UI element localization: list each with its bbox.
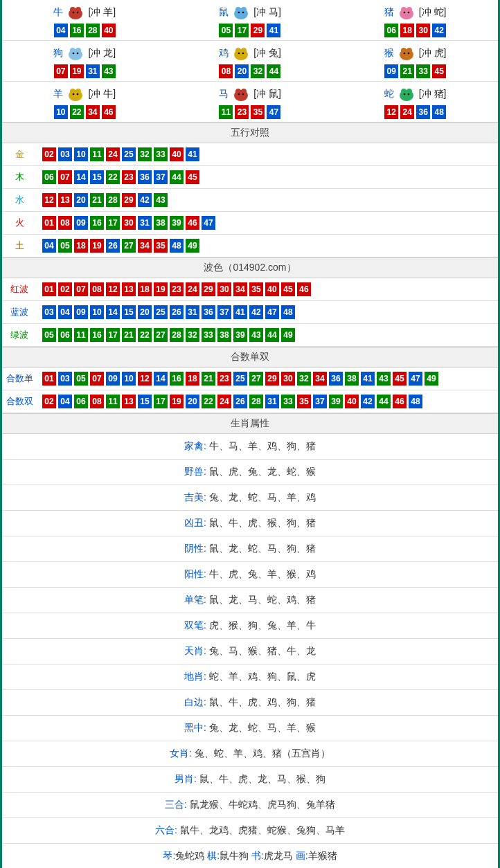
zodiac-title: 牛 [冲 羊] [2,4,168,21]
attr-row: 阴性: 鼠、龙、蛇、马、狗、猪 [2,536,498,562]
zodiac-cell: 马 [冲 鼠] 11233547 [168,82,333,123]
kv-value: 05061116172122272832333839434449 [37,328,498,342]
number-ball: 25 [233,372,247,386]
number-ball: 37 [217,305,231,319]
attr-row: 阳性: 牛、虎、兔、羊、猴、鸡 [2,562,498,588]
svg-point-33 [73,93,75,96]
number-ball: 14 [154,372,168,386]
svg-point-8 [238,12,240,14]
svg-point-17 [75,48,81,53]
number-ball: 30 [416,24,430,37]
number-ball: 23 [122,170,136,184]
attr-row: 男肖: 鼠、牛、虎、龙、马、猴、狗 [2,767,498,793]
attr-label: 野兽: [184,466,209,477]
number-ball: 12 [384,105,398,119]
zodiac-chong: [冲 虎] [419,47,447,60]
svg-point-34 [77,93,79,96]
bose-rows: 红波 0102070812131819232429303435404546 蓝波… [2,278,498,347]
attr-value: 虎、猴、狗、兔、羊、牛 [209,620,316,631]
number-ball: 10 [122,372,136,386]
number-ball: 26 [233,395,247,408]
number-ball: 12 [106,282,120,296]
number-ball: 22 [70,105,84,119]
kv-label: 金 [2,148,37,161]
attr-row: 凶丑: 鼠、牛、虎、猴、狗、猪 [2,511,498,536]
attr-label: 白边: [184,696,209,707]
number-ball: 07 [74,282,88,296]
number-ball: 19 [170,395,184,408]
number-ball: 06 [384,24,398,37]
svg-point-9 [242,12,244,14]
zodiac-nums: 09213345 [332,64,498,78]
attr-row: 三合: 鼠龙猴、牛蛇鸡、虎马狗、兔羊猪 [2,793,498,818]
number-ball: 12 [138,372,152,386]
main-container: 牛 [冲 羊] 04162840 鼠 [冲 马] 05172941 猪 [冲 蛇… [0,0,500,868]
snake-icon [396,86,417,102]
number-ball: 16 [170,372,184,386]
heshu-rows: 合数单 010305070910121416182123252729303234… [2,368,498,413]
svg-point-24 [242,53,244,55]
number-ball: 32 [138,147,152,161]
number-ball: 18 [400,24,414,37]
zodiac-char: 鼠 [219,6,229,19]
zodiac-char: 鸡 [219,47,229,60]
attr-label: 黑中: [184,722,209,733]
kv-row: 红波 0102070812131819232429303435404546 [2,278,498,301]
number-ball: 36 [416,105,430,119]
svg-point-19 [77,53,79,55]
zodiac-nums: 06183042 [332,24,498,37]
number-ball: 02 [42,395,56,408]
number-ball: 20 [235,64,249,78]
number-ball: 46 [393,395,407,408]
number-ball: 21 [400,64,414,78]
number-ball: 02 [42,147,56,161]
number-ball: 03 [42,305,56,319]
zodiac-nums: 07193143 [2,64,168,78]
number-ball: 37 [313,395,327,408]
foot-k4: 画: [296,850,308,861]
number-ball: 25 [122,147,136,161]
number-ball: 45 [281,282,295,296]
number-ball: 28 [86,24,100,37]
number-ball: 28 [106,193,120,207]
kv-value: 04051819262734354849 [37,239,498,253]
monkey-icon [396,45,417,62]
number-ball: 34 [313,372,327,386]
number-ball: 06 [42,170,56,184]
number-ball: 22 [106,170,120,184]
number-ball: 27 [154,328,168,342]
kv-row: 木 06071415222336374445 [2,166,498,189]
attr-label: 阴性: [184,543,209,554]
svg-point-3 [73,12,75,14]
zodiac-chong: [冲 龙] [88,47,116,60]
number-ball: 32 [186,328,199,342]
kv-label: 红波 [2,283,37,296]
zodiac-cell: 狗 [冲 龙] 07193143 [2,41,168,82]
number-ball: 04 [42,239,56,253]
number-ball: 45 [432,64,446,78]
number-ball: 13 [122,282,136,296]
number-ball: 33 [281,395,295,408]
svg-point-11 [401,7,407,12]
number-ball: 24 [217,395,231,408]
svg-point-39 [242,93,244,96]
number-ball: 44 [170,170,184,184]
number-ball: 26 [170,305,184,319]
number-ball: 44 [265,328,279,342]
number-ball: 04 [58,395,72,408]
number-ball: 42 [138,193,152,207]
attr-label: 双笔: [184,620,209,631]
number-ball: 48 [170,239,184,253]
footer-row: 琴:兔蛇鸡 棋:鼠牛狗 书:虎龙马 画:羊猴猪 [2,844,498,868]
number-ball: 35 [154,239,168,253]
attr-value: 蛇、羊、鸡、狗、鼠、虎 [209,671,316,682]
number-ball: 47 [265,305,279,319]
attr-row: 天肖: 兔、马、猴、猪、牛、龙 [2,639,498,664]
number-ball: 13 [58,193,72,207]
svg-point-41 [401,89,407,94]
horse-icon [231,86,251,102]
number-ball: 42 [249,305,263,319]
number-ball: 29 [251,24,265,37]
zodiac-title: 猴 [冲 虎] [332,45,498,62]
number-ball: 02 [58,282,72,296]
